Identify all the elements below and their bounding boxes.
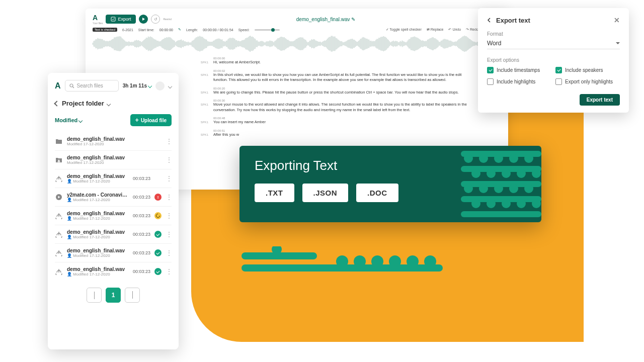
svg-rect-112: [201, 37, 201, 51]
close-icon[interactable]: ✕: [614, 16, 620, 24]
checkbox-timestamps[interactable]: Include timestamps: [487, 67, 551, 73]
file-name: demo_english_final.wav: [67, 173, 129, 179]
svg-rect-62: [152, 37, 152, 50]
svg-rect-164: [251, 37, 252, 51]
file-modified: 👤 Modified 17-12-2020: [67, 235, 129, 239]
transcript-segment[interactable]: SPK100:00:20We are going to change this.…: [213, 87, 471, 96]
file-row[interactable]: demo_english_final.wav👤 Modified 17-12-2…: [55, 262, 172, 281]
page-prev[interactable]: [87, 288, 102, 303]
sort-modified[interactable]: Modified: [55, 117, 82, 123]
export-button[interactable]: Export: [106, 15, 136, 24]
speed-slider[interactable]: [255, 29, 280, 31]
svg-rect-346: [428, 39, 429, 48]
file-row[interactable]: demo_english_final.wav👤 Modified 17-12-2…: [55, 225, 172, 243]
export-text-button[interactable]: Export text: [580, 94, 620, 106]
file-row[interactable]: y2mate.com - Coronavirus Vir_ ...👤 Modif…: [55, 188, 172, 206]
transcript-segment[interactable]: SPK100:00:51After this you w: [213, 129, 471, 138]
svg-rect-260: [345, 42, 345, 46]
checkbox-only-highlights[interactable]: Export only highlights: [555, 78, 620, 85]
caret-down-icon: [616, 42, 620, 45]
export-panel: Export text ✕ Format Word Export options…: [478, 8, 629, 113]
checkbox-highlights[interactable]: Include highlights: [487, 78, 551, 85]
svg-rect-264: [348, 40, 349, 48]
svg-rect-114: [202, 37, 203, 50]
search-input[interactable]: Search files: [65, 80, 119, 92]
rewind-button[interactable]: ↺: [151, 15, 160, 24]
format-button[interactable]: .JSON: [302, 184, 349, 202]
squiggle-icon: [242, 246, 443, 277]
transcript-segment[interactable]: SPK100:00:02In this short video, we woul…: [213, 69, 471, 83]
transcript-segment[interactable]: SPK100:00:48You can insert my name Amber: [213, 117, 471, 125]
file-modified: 👤 Modified 17-12-2020: [67, 179, 129, 184]
format-select[interactable]: Word: [487, 38, 620, 49]
svg-rect-342: [424, 41, 425, 46]
chevron-down-icon[interactable]: [107, 100, 110, 107]
svg-rect-335: [418, 38, 418, 50]
svg-point-439: [517, 169, 526, 178]
svg-rect-151: [238, 41, 239, 47]
segment-text[interactable]: Hi, welcome at AmberScript.: [213, 60, 261, 64]
more-icon[interactable]: ⋮: [166, 213, 172, 219]
segment-text[interactable]: You can insert my name Amber: [213, 120, 266, 124]
segment-text[interactable]: Move your mouse to the word allowed and …: [213, 102, 467, 112]
replace-button[interactable]: ⇄ Replace: [427, 28, 444, 32]
waveform[interactable]: [93, 35, 501, 53]
segment-text[interactable]: After this you w: [213, 132, 239, 137]
svg-rect-51: [141, 42, 142, 45]
segment-text[interactable]: In this short video, we would like to sh…: [213, 72, 461, 82]
redo-button[interactable]: ↷ Redo: [466, 28, 478, 32]
svg-rect-191: [277, 38, 278, 49]
svg-rect-384: [465, 36, 465, 52]
svg-rect-96: [185, 41, 186, 46]
chevron-left-icon[interactable]: [487, 18, 492, 23]
breadcrumb[interactable]: Project folder: [55, 100, 172, 107]
svg-rect-306: [389, 41, 390, 46]
more-icon[interactable]: ⋮: [166, 231, 172, 237]
play-button[interactable]: [139, 15, 148, 24]
svg-rect-160: [247, 38, 248, 50]
more-icon[interactable]: ⋮: [166, 175, 172, 182]
more-icon[interactable]: ⋮: [166, 157, 172, 163]
back-icon[interactable]: [55, 100, 59, 107]
svg-rect-190: [276, 39, 277, 48]
more-icon[interactable]: ⋮: [166, 138, 172, 144]
checkbox-speakers[interactable]: Include speakers: [555, 67, 620, 73]
file-row[interactable]: demo_english_final.wavModified 17-12-202…: [55, 150, 172, 169]
svg-rect-74: [164, 39, 164, 49]
transcript-segment[interactable]: SPK100:00:30Move your mouse to the word …: [213, 99, 471, 113]
segment-text[interactable]: We are going to change this. Please hit …: [213, 90, 459, 95]
user-avatar-small[interactable]: [155, 81, 165, 90]
more-icon[interactable]: ⋮: [166, 268, 172, 275]
svg-rect-215: [301, 37, 301, 50]
svg-rect-118: [206, 40, 207, 48]
format-button[interactable]: .DOC: [356, 184, 398, 202]
toggle-spell[interactable]: ✓ Toggle spell checker: [386, 28, 422, 32]
more-icon[interactable]: ⋮: [166, 194, 172, 200]
file-duration: 00:03:23: [133, 213, 150, 218]
file-row[interactable]: demo_english_final.wav👤 Modified 17-12-2…: [55, 169, 172, 188]
chevron-down-icon[interactable]: [169, 83, 172, 89]
svg-rect-34: [125, 41, 125, 47]
svg-rect-351: [433, 37, 434, 50]
file-row[interactable]: demo_english_final.wav👤 Modified 17-12-2…: [55, 206, 172, 225]
svg-rect-18: [109, 41, 110, 47]
file-row[interactable]: demo_english_final.wavModified 17-12-202…: [55, 132, 172, 150]
svg-rect-323: [406, 42, 407, 45]
file-modified: Modified 17-12-2020: [67, 142, 162, 146]
format-button[interactable]: .TXT: [255, 184, 294, 202]
more-icon[interactable]: ⋮: [166, 250, 172, 256]
length-value: 00:00:00 / 00:01:54: [203, 28, 233, 32]
svg-rect-84: [173, 40, 174, 47]
svg-rect-330: [413, 37, 413, 50]
page-next[interactable]: [125, 288, 140, 303]
duration-dropdown[interactable]: 3h 1m 11s: [123, 83, 151, 88]
svg-rect-15: [106, 41, 107, 47]
svg-rect-196: [282, 37, 283, 51]
svg-rect-99: [188, 42, 188, 46]
undo-button[interactable]: ↶ Undo: [448, 28, 461, 32]
svg-rect-279: [363, 37, 363, 50]
page-current[interactable]: 1: [106, 288, 121, 303]
upload-button[interactable]: +Upload file: [130, 114, 172, 126]
file-row[interactable]: demo_english_final.wav👤 Modified 17-12-2…: [55, 243, 172, 262]
transcript-segment[interactable]: SPK100:00:00Hi, welcome at AmberScript.: [213, 57, 471, 65]
